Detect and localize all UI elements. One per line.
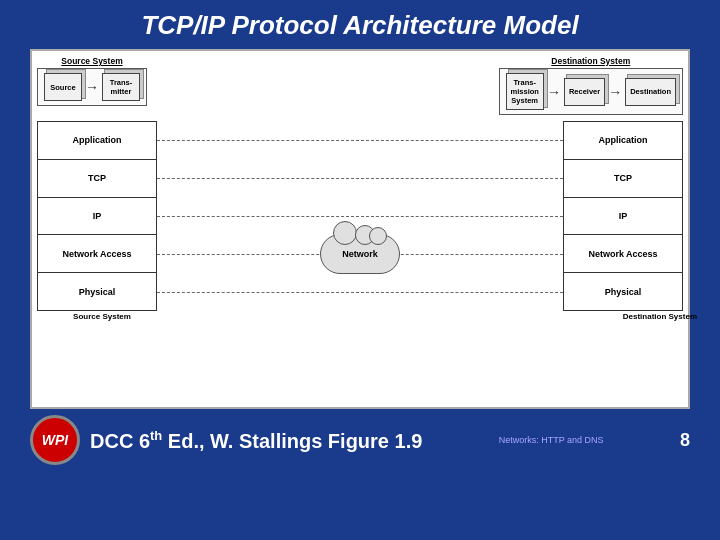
dcc-rest: Ed., W. Stallings Figure 1.9 [162, 429, 422, 451]
source-system-label: Source System [61, 56, 122, 66]
cloud-bump3 [369, 227, 387, 245]
diagram-inner: Source System Source → Trans-mitter Dest… [37, 56, 683, 402]
source-bottom-label: Source System [37, 312, 167, 321]
dline-ip [157, 216, 563, 217]
drow-physical [157, 273, 563, 311]
drow-tcp [157, 159, 563, 197]
slide-title: TCP/IP Protocol Architecture Model [141, 10, 578, 41]
dcc-main: DCC 6 [90, 429, 150, 451]
right-network-access-layer: Network Access [564, 235, 682, 273]
dashed-lines: Network [157, 121, 563, 311]
transmitter-box: Trans-mitter [102, 73, 140, 101]
left-ip-layer: IP [38, 198, 156, 236]
wpi-text: WPI [42, 432, 68, 448]
left-network-access-layer: Network Access [38, 235, 156, 273]
footer-left: WPI DCC 6th Ed., W. Stallings Figure 1.9 [30, 415, 422, 465]
transmission-system-box: Trans-missionSystem [506, 73, 544, 110]
destination-system: Destination System Trans-missionSystem →… [499, 56, 683, 115]
destination-boxes: Trans-missionSystem → Receiver → Destina… [499, 68, 683, 115]
left-protocol-stack: Application TCP IP Network Access Physic… [37, 121, 157, 311]
right-tcp-layer: TCP [564, 160, 682, 198]
diagram-area: Source System Source → Trans-mitter Dest… [30, 49, 690, 409]
slide-container: TCP/IP Protocol Architecture Model Sourc… [0, 0, 720, 540]
arrow3: → [608, 84, 622, 100]
destination-system-label: Destination System [551, 56, 630, 66]
dline-application [157, 140, 563, 141]
arrow1: → [85, 79, 99, 95]
right-ip-layer: IP [564, 198, 682, 236]
destination-bottom-label: Destination System [567, 312, 697, 321]
right-application-layer: Application [564, 122, 682, 160]
drow-application [157, 121, 563, 159]
protocol-section: Application TCP IP Network Access Physic… [37, 121, 683, 311]
source-boxes: Source → Trans-mitter [37, 68, 147, 106]
drow-network: Network [157, 235, 563, 273]
cloud-bump1 [333, 221, 357, 245]
network-cloud: Network [320, 234, 400, 274]
right-physical-layer: Physical [564, 273, 682, 310]
receiver-box: Receiver [564, 78, 605, 106]
arrow2: → [547, 84, 561, 100]
network-cloud-wrap: Network [320, 234, 400, 274]
bottom-labels: Source System Destination System [37, 312, 697, 321]
subtitle-text: Networks: HTTP and DNS [499, 435, 604, 445]
dcc-sup: th [150, 428, 162, 443]
wpi-logo: WPI [30, 415, 80, 465]
left-tcp-layer: TCP [38, 160, 156, 198]
left-application-layer: Application [38, 122, 156, 160]
top-systems: Source System Source → Trans-mitter Dest… [37, 56, 683, 115]
left-physical-layer: Physical [38, 273, 156, 310]
dline-physical [157, 292, 563, 293]
right-protocol-stack: Application TCP IP Network Access Physic… [563, 121, 683, 311]
footer-section: WPI DCC 6th Ed., W. Stallings Figure 1.9… [30, 415, 690, 465]
footer-center: Networks: HTTP and DNS [499, 435, 604, 445]
network-label: Network [342, 249, 378, 259]
destination-box: Destination [625, 78, 676, 106]
dline-tcp [157, 178, 563, 179]
page-number: 8 [680, 430, 690, 451]
middle-section: Network [157, 121, 563, 311]
dcc-citation: DCC 6th Ed., W. Stallings Figure 1.9 [90, 428, 422, 453]
source-box: Source [44, 73, 82, 101]
source-system: Source System Source → Trans-mitter [37, 56, 147, 115]
